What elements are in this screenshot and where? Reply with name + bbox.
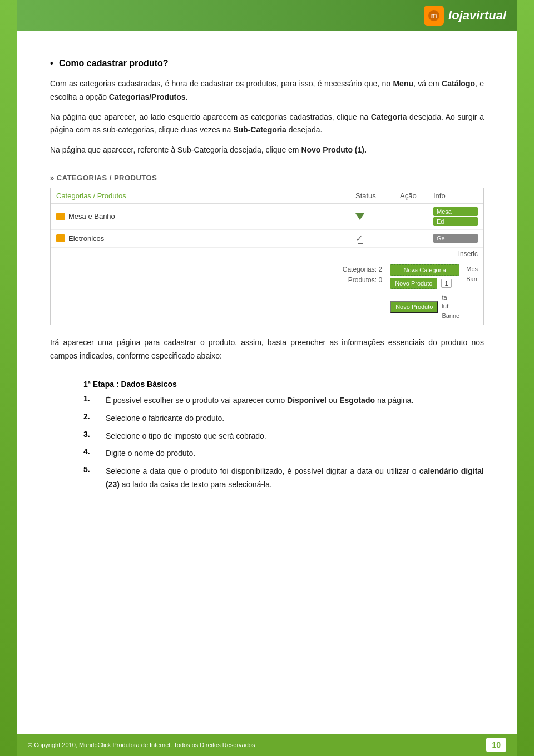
info-btn-ed[interactable]: Ed (433, 217, 478, 226)
page-container: • Como cadastrar produto? Com as categor… (17, 31, 517, 754)
inseric-label: Inseric (458, 250, 478, 258)
item-number-1: 1. (83, 394, 95, 408)
inseric-row: Inseric (51, 248, 483, 260)
bullet: • (50, 58, 53, 68)
novo-produto-button[interactable]: Novo Produto (390, 278, 437, 289)
etapa-heading: 1ª Etapa : Dados Básicos (83, 380, 484, 389)
paragraph-2: Na página que aparecer, ao lado esquerdo… (50, 111, 484, 138)
row-label-mesa: Mesa e Banho (56, 212, 355, 220)
row-info-mesa: Mesa Ed (433, 207, 478, 226)
svg-text:m: m (431, 12, 437, 19)
item-text-5: Selecione a data que o produto foi dispo… (106, 465, 484, 492)
footer-right-mes: Mes Ban (466, 264, 478, 284)
table-row: Eletronicos ✓̲ Ge (51, 230, 483, 248)
categorias-table: Categorias / Produtos Status Ação Info M… (50, 188, 484, 326)
footer-prod-count: Produtos: 0 (56, 275, 382, 286)
row-text-elet: Eletronicos (68, 234, 104, 243)
footer-labels: Categorias: 2 Produtos: 0 (56, 264, 388, 286)
header-bar: m lojavirtual (17, 0, 517, 31)
row-info-elet: Ge (433, 234, 478, 243)
item-text-3: Selecione o tipo de imposto que será cob… (106, 430, 484, 443)
logo-area: m lojavirtual (424, 6, 506, 26)
list-item: 4. Digite o nome do produto. (50, 447, 484, 460)
col-header-produtos: Categorias / Produtos (56, 192, 355, 200)
logo-text: lojavirtual (448, 8, 506, 23)
page-number-badge: 10 (486, 738, 506, 752)
row-status-mesa (355, 213, 400, 220)
novo-produto-outer: Novo Produto ta iuf Banne (390, 293, 459, 321)
novo-produto-button-2[interactable]: Novo Produto (390, 301, 438, 313)
list-item: 1. É possível escolher se o produto vai … (50, 394, 484, 408)
page-main-title: • Como cadastrar produto? (50, 58, 484, 68)
nova-categoria-button[interactable]: Nova Categoria (390, 264, 459, 276)
right-sidebar-bar (517, 0, 534, 756)
item-number-4: 4. (83, 447, 95, 460)
paragraph-3: Na página que aparecer, referente à Sub-… (50, 144, 484, 157)
item-number-5: 5. (83, 465, 95, 492)
row-text-mesa: Mesa e Banho (68, 212, 115, 220)
folder-icon (56, 213, 65, 220)
footer-right-info: ta iuf Banne (442, 293, 459, 321)
footer-bar: © Copyright 2010, MundoClick Produtora d… (17, 734, 517, 756)
item-text-2: Selecione o fabricante do produto. (106, 412, 484, 425)
item-text-4: Digite o nome do produto. (106, 447, 484, 460)
logo-icon: m (424, 6, 444, 26)
list-item: 3. Selecione o tipo de imposto que será … (50, 430, 484, 443)
table-row: Mesa e Banho Mesa Ed (51, 204, 483, 230)
list-item: 5. Selecione a data que o produto foi di… (50, 465, 484, 492)
novo-produto-row: Novo Produto 1 (390, 278, 459, 289)
footer-cat-count: Categorias: 2 (56, 264, 382, 275)
check-icon: ✓̲ (355, 233, 363, 244)
col-header-acao: Ação (400, 192, 433, 200)
footer-buttons-area: Nova Categoria Novo Produto 1 Novo Produ… (390, 264, 459, 321)
item-text-1: É possível escolher se o produto vai apa… (106, 394, 484, 408)
paragraph-4: Irá aparecer uma página para cadastrar o… (50, 336, 484, 363)
paragraph-1: Com as categorias cadastradas, é hora de… (50, 77, 484, 104)
col-header-status: Status (355, 192, 400, 200)
numero-badge: 1 (441, 279, 451, 288)
row-label-elet: Eletronicos (56, 234, 355, 243)
folder-icon-2 (56, 234, 65, 242)
item-number-2: 2. (83, 412, 95, 425)
info-btn-mesa[interactable]: Mesa (433, 207, 478, 216)
col-header-info: Info (433, 192, 478, 200)
info-btn-ge[interactable]: Ge (433, 234, 478, 243)
categorias-section-heading: » CATEGORIAS / PRODUTOS (50, 174, 484, 182)
list-item: 2. Selecione o fabricante do produto. (50, 412, 484, 425)
arrow-down-icon (355, 213, 364, 220)
left-sidebar-bar (0, 0, 17, 756)
row-status-elet: ✓̲ (355, 233, 400, 244)
table-footer: Categorias: 2 Produtos: 0 Nova Categoria… (51, 260, 483, 325)
item-number-3: 3. (83, 430, 95, 443)
footer-copyright: © Copyright 2010, MundoClick Produtora d… (28, 742, 255, 748)
table-header-row: Categorias / Produtos Status Ação Info (51, 188, 483, 204)
